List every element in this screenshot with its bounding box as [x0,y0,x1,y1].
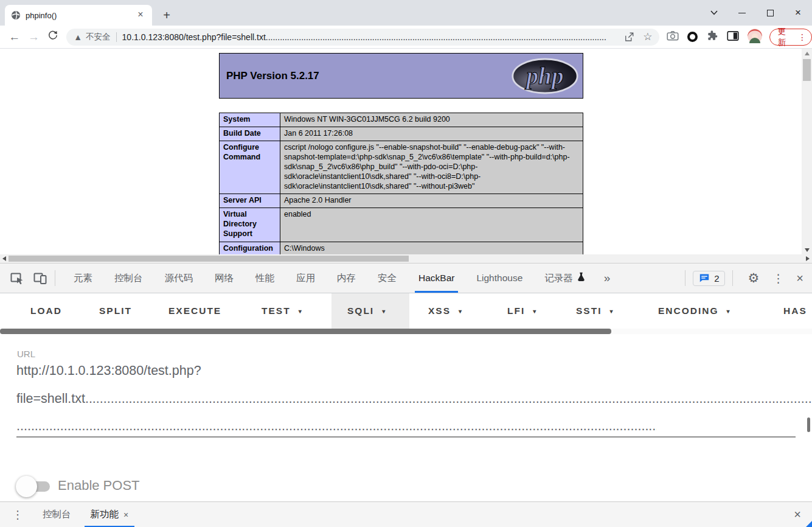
extensions-puzzle-icon[interactable] [706,30,718,44]
toggle-knob[interactable] [16,476,37,497]
window-close-button[interactable]: × [784,0,812,26]
tab-hackbar[interactable]: HackBar [408,264,465,293]
drawer-close-icon[interactable]: × [783,508,812,522]
page-horizontal-scrollbar[interactable] [0,254,812,263]
url-input-line2[interactable]: file=shell.txt..........................… [16,391,812,407]
row-value: Windows NT WIN-3GC01JJM5CG 6.2 build 920… [280,113,583,127]
back-button[interactable]: ← [5,30,24,44]
experiment-flask-icon [577,272,586,284]
chevron-down-icon: ▾ [609,308,612,315]
sqli-menu-button[interactable]: SQLI▾ [347,293,385,329]
drawer-menu-icon[interactable] [0,508,33,522]
vertical-scroll-thumb[interactable] [803,59,811,81]
tab-application[interactable]: 应用 [285,264,326,293]
devtools-toolbar-right: 2 ⚙ × [678,264,812,293]
globe-favicon-icon [11,10,21,20]
scroll-up-icon[interactable] [802,49,812,58]
new-tab-button[interactable]: + [159,8,174,23]
url-input-line1[interactable]: http://10.1.0.123:8080/test.php? [16,363,801,379]
hackbar-toolbar: LOAD SPLIT EXECUTE TEST▾ SQLI▾ XSS▾ LFI▾… [0,293,812,329]
tab-memory[interactable]: 内存 [326,264,367,293]
drawer-tab-close-icon[interactable]: × [123,510,128,520]
hashing-menu-button[interactable]: HAS [783,293,807,329]
panel-scroll-thumb[interactable] [807,417,810,432]
url-text[interactable]: 10.1.0.123:8080/test.php?file=shell.txt.… [122,32,616,42]
console-drawer: 控制台 新功能 × × [0,501,812,527]
row-value: cscript /nologo configure.js "--enable-s… [280,141,583,194]
devtools-close-icon[interactable]: × [790,271,812,285]
side-panel-icon[interactable] [727,30,739,44]
svg-text:php: php [525,63,564,89]
bookmark-star-icon[interactable]: ☆ [643,30,652,43]
devtools-menu-icon[interactable] [766,271,790,285]
hackbar-scroll-thumb[interactable] [0,329,611,334]
row-label: Build Date [220,127,280,141]
scroll-right-icon[interactable] [803,254,812,263]
tab-console[interactable]: 控制台 [103,264,154,293]
browser-tab-phpinfo[interactable]: phpinfo() × [5,5,152,26]
chrome-update-button[interactable]: 更新 [769,29,812,46]
tab-elements[interactable]: 元素 [63,264,103,293]
inspect-element-icon[interactable] [10,271,24,285]
lfi-menu-button[interactable]: LFI▾ [507,293,536,329]
table-row: Build Date Jan 6 2011 17:26:08 [220,127,583,141]
horizontal-scroll-thumb[interactable] [9,256,409,262]
execute-button[interactable]: EXECUTE [168,293,221,329]
row-label: System [220,113,280,127]
tab-performance[interactable]: 性能 [245,264,285,293]
phpinfo-table: System Windows NT WIN-3GC01JJM5CG 6.2 bu… [219,113,583,254]
share-icon[interactable] [623,32,634,43]
drawer-tab-whats-new[interactable]: 新功能 × [81,502,139,527]
forward-button[interactable]: → [24,30,44,44]
scroll-left-icon[interactable] [0,254,9,263]
circle-extension-icon[interactable] [687,32,698,42]
encoding-menu-button[interactable]: ENCODING▾ [658,293,730,329]
table-row: Configure Command cscript /nologo config… [220,141,583,194]
camera-extension-icon[interactable] [667,30,679,44]
split-button[interactable]: SPLIT [99,293,132,329]
device-toolbar-icon[interactable] [33,271,47,285]
page-vertical-scrollbar[interactable] [802,49,812,254]
security-label[interactable]: 不安全 [86,32,111,43]
page-viewport: PHP Version 5.2.17 php System Windows NT… [0,49,812,254]
console-messages-badge[interactable]: 2 [693,271,725,286]
tab-sources[interactable]: 源代码 [154,264,204,293]
message-count: 2 [714,273,719,284]
reload-button[interactable] [43,30,63,44]
recorder-label: 记录器 [544,272,573,285]
maximize-button[interactable] [756,0,784,26]
more-tabs-icon[interactable]: » [597,271,618,285]
browser-toolbar: ← → ▲ 不安全 10.1.0.123:8080/test.php?file=… [0,26,812,49]
url-input-underline [16,436,796,438]
xss-menu-button[interactable]: XSS▾ [428,293,462,329]
resize-corner-handle[interactable] [806,521,812,527]
load-button[interactable]: LOAD [30,293,62,329]
drawer-tab-console[interactable]: 控制台 [33,502,81,527]
tab-search-icon[interactable] [700,0,728,26]
url-input-line3[interactable]: ........................................… [16,419,657,434]
toolbar-divider [732,270,733,286]
test-menu-button[interactable]: TEST▾ [262,293,302,329]
row-label: Server API [220,194,280,208]
ssti-menu-button[interactable]: SSTI▾ [576,293,612,329]
php-version-title: PHP Version 5.2.17 [220,70,319,82]
url-field-label: URL [17,349,35,359]
profile-avatar[interactable] [748,29,762,46]
tab-recorder[interactable]: 记录器 [533,264,597,293]
tab-network[interactable]: 网络 [204,264,245,293]
hackbar-panel: URL http://10.1.0.123:8080/test.php? fil… [0,334,812,501]
tab-security[interactable]: 安全 [367,264,408,293]
tab-close-icon[interactable]: × [135,10,146,21]
row-value: enabled [280,208,583,242]
settings-gear-icon[interactable]: ⚙ [740,271,766,285]
address-bar[interactable]: ▲ 不安全 10.1.0.123:8080/test.php?file=shel… [66,29,659,46]
table-row: Configuration C:\Windows [220,242,583,255]
table-row: System Windows NT WIN-3GC01JJM5CG 6.2 bu… [220,113,583,127]
hackbar-scrollbar[interactable] [0,329,812,334]
chat-bubble-icon [699,273,710,283]
php-logo: php [511,57,579,97]
scroll-down-icon[interactable] [802,245,812,254]
tab-lighthouse[interactable]: Lighthouse [465,264,533,293]
minimize-button[interactable] [728,0,756,26]
table-row: Server API Apache 2.0 Handler [220,194,583,208]
